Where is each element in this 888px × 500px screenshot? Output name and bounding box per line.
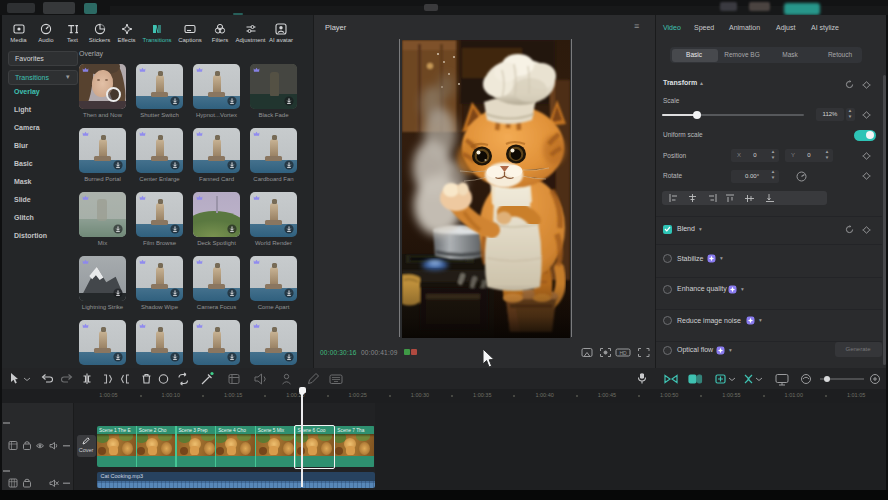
svg-text:HD: HD [619, 350, 627, 356]
